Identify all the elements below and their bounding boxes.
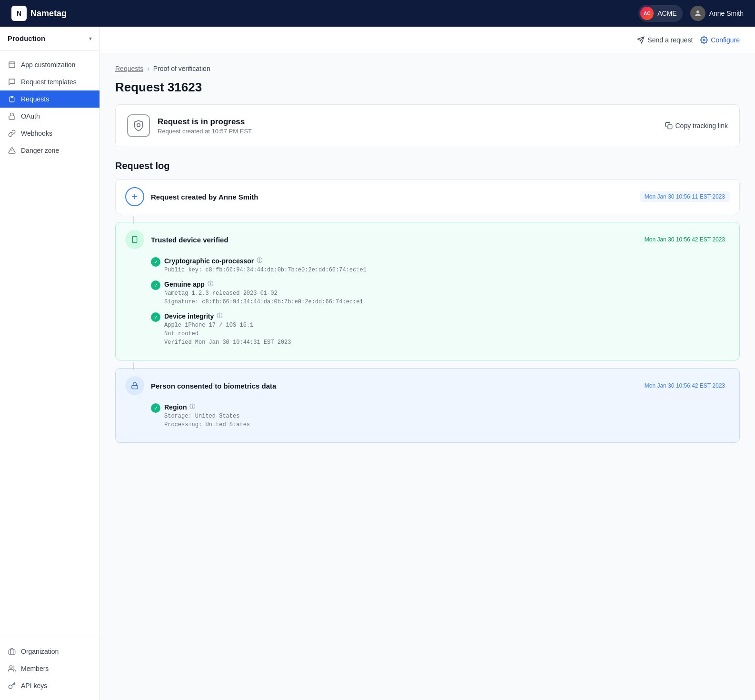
sidebar-item-requests[interactable]: Requests xyxy=(0,90,99,108)
sidebar-item-oauth[interactable]: OAuth xyxy=(0,108,99,125)
log-entry-header: Request created by Anne Smith Mon Jan 30… xyxy=(116,180,739,214)
log-entry-title: Trusted device verified xyxy=(151,236,633,244)
send-request-button[interactable]: Send a request xyxy=(637,36,693,44)
svg-point-7 xyxy=(10,666,12,668)
requests-icon xyxy=(8,95,16,103)
svg-rect-12 xyxy=(668,125,672,129)
plus-icon xyxy=(125,187,144,206)
check-title: Region ⓘ xyxy=(164,403,250,411)
brand-icon: N xyxy=(11,6,27,21)
sidebar-nav: App customization Request templates Requ… xyxy=(0,50,99,637)
breadcrumb-separator: › xyxy=(147,65,149,72)
connector-line xyxy=(133,362,134,370)
right-panel: Send a request Configure Requests › Proo… xyxy=(100,27,755,700)
members-icon xyxy=(8,664,16,673)
sidebar-item-request-templates[interactable]: Request templates xyxy=(0,73,99,90)
breadcrumb: Requests › Proof of verification xyxy=(115,65,740,72)
org-avatar: AC xyxy=(640,7,654,20)
check-detail: Public key: c8:fb:66:94:34:44:da:0b:7b:e… xyxy=(164,266,367,274)
user-info[interactable]: Anne Smith xyxy=(690,6,744,21)
sidebar-item-label: App customization xyxy=(21,61,75,69)
check-content: Region ⓘ Storage: United StatesProcessin… xyxy=(164,403,250,429)
check-icon: ✓ xyxy=(151,403,160,413)
sidebar-item-app-customization[interactable]: App customization xyxy=(0,56,99,73)
navbar: N Nametag AC ACME Anne Smith xyxy=(0,0,755,27)
sidebar: Production ▾ App customization Request t… xyxy=(0,27,100,700)
sidebar-item-organization[interactable]: Organization xyxy=(0,643,99,660)
log-timestamp: Mon Jan 30 10:56:42 EST 2023 xyxy=(640,234,730,245)
sidebar-item-danger-zone[interactable]: Danger zone xyxy=(0,142,99,159)
shield-icon xyxy=(127,114,150,137)
log-entry-device-verified: Trusted device verified Mon Jan 30 10:56… xyxy=(115,222,740,360)
status-subtitle: Request created at 10:57 PM EST xyxy=(158,128,252,135)
log-timestamp: Mon Jan 30 10:56:42 EST 2023 xyxy=(640,380,730,391)
log-entry-created: Request created by Anne Smith Mon Jan 30… xyxy=(115,179,740,214)
svg-rect-6 xyxy=(9,650,15,654)
organization-icon xyxy=(8,647,16,656)
status-text: Request is in progress Request created a… xyxy=(158,117,252,135)
navbar-right: AC ACME Anne Smith xyxy=(638,5,744,22)
section-title: Request log xyxy=(115,160,740,171)
breadcrumb-current: Proof of verification xyxy=(153,65,210,72)
layout: Production ▾ App customization Request t… xyxy=(0,27,755,700)
check-detail: Nametag 1.2.3 released 2023-01-02Signatu… xyxy=(164,289,363,306)
sub-header: Send a request Configure xyxy=(100,27,755,53)
check-detail: Apple iPhone 17 / iOS 16.1Not rootedVeri… xyxy=(164,321,291,347)
oauth-icon xyxy=(8,112,16,120)
api-keys-icon xyxy=(8,681,16,690)
svg-rect-3 xyxy=(9,116,15,119)
breadcrumb-parent[interactable]: Requests xyxy=(115,65,143,72)
status-card: Request is in progress Request created a… xyxy=(115,104,740,147)
log-entry-header: Person consented to biometrics data Mon … xyxy=(116,369,739,403)
sidebar-item-members[interactable]: Members xyxy=(0,660,99,677)
check-icon: ✓ xyxy=(151,280,160,290)
user-avatar xyxy=(690,6,705,21)
check-item-crypto: ✓ Cryptographic co-processor ⓘ Public ke… xyxy=(151,257,730,274)
copy-tracking-link-button[interactable]: Copy tracking link xyxy=(665,122,728,130)
env-selector-label: Production xyxy=(8,34,45,42)
log-timestamp: Mon Jan 30 10:56:11 EST 2023 xyxy=(640,191,730,202)
info-icon: ⓘ xyxy=(208,280,213,288)
connector-line xyxy=(133,216,134,224)
svg-point-0 xyxy=(696,10,699,13)
svg-rect-2 xyxy=(11,96,13,98)
check-item-genuine-app: ✓ Genuine app ⓘ Nametag 1.2.3 released 2… xyxy=(151,280,730,306)
log-entry-header: Trusted device verified Mon Jan 30 10:56… xyxy=(116,222,739,257)
svg-rect-1 xyxy=(9,62,15,68)
log-body: ✓ Cryptographic co-processor ⓘ Public ke… xyxy=(116,257,739,360)
sidebar-item-label: Request templates xyxy=(21,78,77,86)
danger-zone-icon xyxy=(8,146,16,155)
sidebar-item-webhooks[interactable]: Webhooks xyxy=(0,125,99,142)
brand: N Nametag xyxy=(11,6,67,21)
sidebar-item-label: API keys xyxy=(21,682,47,690)
send-icon xyxy=(637,36,645,44)
org-name: ACME xyxy=(657,10,676,17)
env-selector[interactable]: Production ▾ xyxy=(0,27,99,50)
brand-name: Nametag xyxy=(30,9,67,19)
status-card-left: Request is in progress Request created a… xyxy=(127,114,252,137)
check-icon: ✓ xyxy=(151,312,160,322)
check-content: Device integrity ⓘ Apple iPhone 17 / iOS… xyxy=(164,312,291,347)
check-title: Cryptographic co-processor ⓘ xyxy=(164,257,367,265)
status-title: Request is in progress xyxy=(158,117,252,127)
log-entry-title: Person consented to biometrics data xyxy=(151,382,633,390)
info-icon: ⓘ xyxy=(189,403,195,411)
info-icon: ⓘ xyxy=(217,312,222,320)
check-item-device-integrity: ✓ Device integrity ⓘ Apple iPhone 17 / i… xyxy=(151,312,730,347)
request-templates-icon xyxy=(8,78,16,86)
sidebar-item-api-keys[interactable]: API keys xyxy=(0,677,99,694)
svg-rect-17 xyxy=(132,385,138,389)
configure-button[interactable]: Configure xyxy=(700,36,740,44)
sidebar-bottom: Organization Members API keys xyxy=(0,637,99,700)
sidebar-item-label: Members xyxy=(21,665,49,672)
org-badge[interactable]: AC ACME xyxy=(638,5,682,22)
info-icon: ⓘ xyxy=(257,257,262,265)
sidebar-item-label: Organization xyxy=(21,648,59,655)
app-customization-icon xyxy=(8,60,16,69)
phone-icon xyxy=(125,230,144,249)
user-name: Anne Smith xyxy=(709,10,744,17)
sub-header-actions: Send a request Configure xyxy=(637,36,740,44)
svg-point-11 xyxy=(137,124,140,127)
content-area: Requests › Proof of verification Request… xyxy=(100,53,755,458)
page-title: Request 31623 xyxy=(115,80,740,95)
